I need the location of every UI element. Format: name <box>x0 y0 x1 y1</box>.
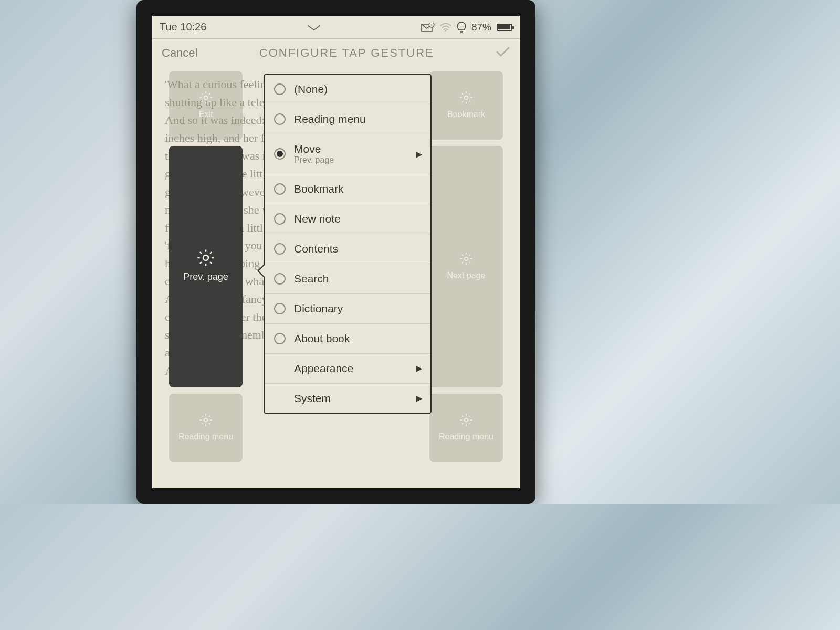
svg-point-8 <box>204 418 208 422</box>
gear-icon <box>459 251 474 266</box>
device-frame: Tue 10:26 1 <box>136 0 536 504</box>
svg-point-5 <box>465 96 468 99</box>
gear-icon <box>459 90 474 105</box>
menu-item-move[interactable]: Move Prev. page ▶ <box>265 134 430 174</box>
status-bar[interactable]: Tue 10:26 1 <box>152 16 520 39</box>
mail-icon[interactable]: 1 <box>421 23 435 32</box>
menu-item-sublabel: Prev. page <box>294 155 334 165</box>
svg-point-6 <box>203 255 208 260</box>
menu-item-bookmark[interactable]: Bookmark <box>265 174 430 204</box>
wifi-icon[interactable] <box>440 23 452 32</box>
chevron-right-icon: ▶ <box>416 393 422 403</box>
svg-point-4 <box>204 96 208 99</box>
action-popup: (None) Reading menu Move Prev. page ▶ Bo… <box>264 74 432 414</box>
radio-icon <box>274 213 286 225</box>
zone-label: Next page <box>447 269 486 282</box>
zone-label: Bookmark <box>447 108 485 121</box>
radio-icon <box>274 303 286 314</box>
menu-item-label: (None) <box>294 83 328 96</box>
svg-point-9 <box>465 418 468 422</box>
menu-item-search[interactable]: Search <box>265 264 430 294</box>
menu-item-contents[interactable]: Contents <box>265 234 430 264</box>
chevron-down-icon[interactable] <box>307 20 321 34</box>
radio-icon <box>274 83 286 95</box>
status-time: Tue 10:26 <box>160 21 206 33</box>
menu-item-dictionary[interactable]: Dictionary <box>265 294 430 324</box>
menu-item-label: System <box>294 392 331 405</box>
menu-item-label: Appearance <box>294 362 353 375</box>
zone-label: Prev. page <box>183 270 228 285</box>
radio-icon <box>274 333 286 344</box>
zone-bookmark[interactable]: Bookmark <box>429 71 503 140</box>
bulb-icon[interactable] <box>457 22 466 33</box>
svg-text:1: 1 <box>430 23 433 27</box>
zone-reading-menu-right[interactable]: Reading menu <box>429 394 503 462</box>
menu-item-label: Contents <box>294 243 338 255</box>
chevron-right-icon: ▶ <box>416 363 422 373</box>
cancel-button[interactable]: Cancel <box>162 46 197 60</box>
menu-item-label: New note <box>294 213 341 225</box>
svg-point-3 <box>445 30 446 32</box>
menu-item-none[interactable]: (None) <box>265 75 430 104</box>
menu-item-reading-menu[interactable]: Reading menu <box>265 104 430 134</box>
config-header: Cancel CONFIGURE TAP GESTURE <box>152 39 520 67</box>
menu-item-new-note[interactable]: New note <box>265 204 430 234</box>
zone-exit[interactable]: Exit <box>169 71 243 140</box>
radio-icon <box>274 113 286 125</box>
confirm-check-icon[interactable] <box>496 46 510 60</box>
zone-reading-menu-left[interactable]: Reading menu <box>169 394 243 462</box>
chevron-right-icon: ▶ <box>416 149 422 159</box>
radio-icon <box>274 273 286 285</box>
menu-item-label: Reading menu <box>294 113 366 125</box>
menu-item-about-book[interactable]: About book <box>265 324 430 354</box>
gear-icon <box>198 90 213 105</box>
radio-icon <box>274 148 286 160</box>
zone-prev-page[interactable]: Prev. page <box>169 146 243 387</box>
gear-icon <box>197 249 215 267</box>
page-title: CONFIGURE TAP GESTURE <box>259 46 434 60</box>
radio-icon <box>274 243 286 255</box>
zone-label: Exit <box>199 108 213 121</box>
svg-point-7 <box>465 257 468 260</box>
gear-icon <box>459 413 474 427</box>
battery-percent: 87% <box>471 22 491 33</box>
menu-item-label: Search <box>294 272 329 285</box>
menu-item-system[interactable]: System ▶ <box>265 384 430 413</box>
menu-item-label: Dictionary <box>294 302 343 315</box>
status-right: 1 87% <box>421 22 512 33</box>
zone-label: Reading menu <box>178 430 233 444</box>
zone-label: Reading menu <box>439 430 494 444</box>
radio-icon <box>274 183 286 195</box>
gear-icon <box>198 413 213 427</box>
menu-item-label: Move <box>294 143 334 155</box>
menu-item-label: Bookmark <box>294 183 344 195</box>
zone-next-page[interactable]: Next page <box>429 146 503 387</box>
menu-item-label: About book <box>294 332 350 345</box>
menu-item-appearance[interactable]: Appearance ▶ <box>265 354 430 384</box>
screen: Tue 10:26 1 <box>152 16 520 488</box>
battery-icon <box>497 24 512 31</box>
